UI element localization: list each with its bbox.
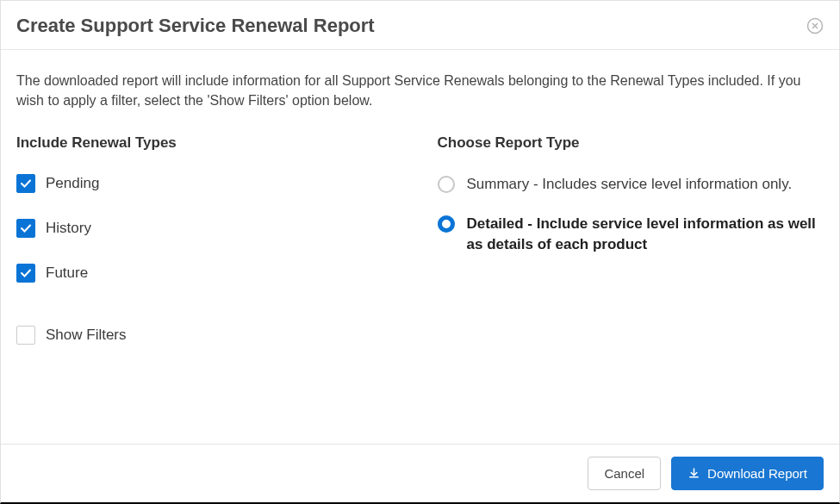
radio-detailed[interactable] [438,215,455,233]
close-button[interactable] [806,17,824,34]
form-columns: Include Renewal Types Pending History Fu… [16,134,824,345]
check-icon [20,267,32,279]
report-type-heading: Choose Report Type [438,134,824,152]
intro-text: The downloaded report will include infor… [16,71,824,110]
checkbox-row-future: Future [16,264,403,283]
checkbox-history[interactable] [16,219,35,238]
download-button-label: Download Report [707,466,807,481]
report-type-column: Choose Report Type Summary - Includes se… [438,134,824,345]
radio-row-summary: Summary - Includes service level informa… [438,174,824,195]
dialog-footer: Cancel Download Report [1,444,839,502]
checkbox-future[interactable] [16,264,35,283]
dialog-header: Create Support Service Renewal Report [1,1,839,50]
checkbox-show-filters[interactable] [16,326,35,345]
check-icon [20,222,32,234]
radio-label-summary: Summary - Includes service level informa… [467,174,793,195]
cancel-button[interactable]: Cancel [588,457,661,490]
cancel-button-label: Cancel [604,466,644,481]
checkbox-row-history: History [16,219,403,238]
close-icon [806,17,824,34]
renewal-types-column: Include Renewal Types Pending History Fu… [16,134,403,345]
checkbox-row-pending: Pending [16,174,403,193]
radio-row-detailed: Detailed - Include service level informa… [438,214,824,255]
renewal-types-heading: Include Renewal Types [16,134,403,152]
download-report-button[interactable]: Download Report [671,457,824,490]
radio-summary[interactable] [438,176,455,193]
dialog-body: The downloaded report will include infor… [1,50,839,345]
checkbox-pending[interactable] [16,174,35,193]
checkbox-label-future: Future [46,264,88,282]
checkbox-label-history: History [46,220,91,237]
checkbox-row-show-filters: Show Filters [16,326,403,345]
check-icon [20,177,32,190]
radio-label-detailed: Detailed - Include service level informa… [467,214,824,255]
checkbox-label-show-filters: Show Filters [46,327,127,344]
dialog-title: Create Support Service Renewal Report [16,15,375,37]
download-icon [688,467,700,480]
checkbox-label-pending: Pending [46,175,99,192]
